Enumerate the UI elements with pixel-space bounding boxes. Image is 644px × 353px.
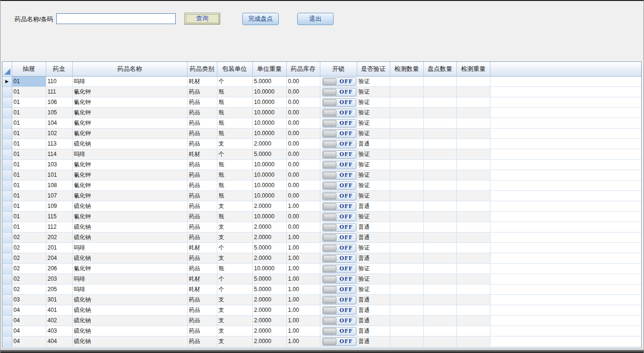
cell-drug-name[interactable]: 吗啡 [72, 149, 187, 159]
cell-drawer[interactable]: 01 [12, 170, 46, 180]
cell-drug-name[interactable]: 硫化钠 [72, 201, 187, 211]
cell-pack-unit[interactable]: 瓶 [217, 211, 252, 222]
cell-detect-qty[interactable] [390, 211, 423, 222]
cell-detect-qty[interactable] [390, 107, 423, 118]
cell-count-qty[interactable] [423, 274, 456, 284]
cell-drug-name[interactable]: 硫化钠 [72, 138, 187, 149]
cell-verify[interactable]: 普通 [357, 201, 390, 211]
cell-unit-weight[interactable]: 10.0000 [252, 180, 286, 190]
cell-box[interactable]: 101 [46, 170, 72, 180]
cell-verify[interactable]: 普通 [357, 253, 390, 263]
cell-box[interactable]: 112 [46, 222, 72, 232]
cell-category[interactable]: 药品 [187, 232, 217, 242]
cell-drawer[interactable]: 01 [12, 128, 46, 138]
cell-category[interactable]: 药品 [187, 170, 217, 180]
cell-stock[interactable]: 0.00 [286, 97, 320, 107]
cell-detect-weight[interactable] [456, 107, 490, 118]
cell-detect-qty[interactable] [390, 180, 423, 190]
cell-stock[interactable]: 0.00 [286, 211, 320, 222]
cell-category[interactable]: 药品 [187, 201, 217, 211]
cell-unit-weight[interactable]: 10.0000 [252, 159, 286, 170]
cell-category[interactable]: 药品 [187, 97, 217, 107]
cell-drug-name[interactable]: 吗啡 [72, 284, 187, 294]
cell-lock[interactable]: OFF [320, 86, 357, 97]
cell-box[interactable]: 201 [46, 242, 72, 253]
cell-count-qty[interactable] [423, 128, 456, 138]
cell-unit-weight[interactable]: 10.0000 [252, 118, 286, 128]
cell-verify[interactable]: 普通 [357, 232, 390, 242]
cell-box[interactable]: 103 [46, 159, 72, 170]
cell-pack-unit[interactable]: 瓶 [217, 263, 252, 274]
cell-pack-unit[interactable]: 支 [217, 294, 252, 305]
cell-drug-name[interactable]: 氰化钾 [72, 190, 187, 201]
cell-drawer[interactable]: 03 [12, 294, 46, 305]
row-header[interactable] [2, 149, 12, 159]
cell-pack-unit[interactable]: 瓶 [217, 118, 252, 128]
cell-detect-qty[interactable] [390, 305, 423, 315]
cell-drug-name[interactable]: 吗啡 [72, 242, 187, 253]
cell-category[interactable]: 药品 [187, 315, 217, 326]
cell-stock[interactable]: 1.00 [286, 201, 320, 211]
cell-count-qty[interactable] [423, 201, 456, 211]
row-header[interactable] [2, 284, 12, 294]
lock-toggle[interactable]: OFF [322, 213, 356, 221]
cell-drawer[interactable]: 01 [12, 159, 46, 170]
column-header-detect-weight[interactable]: 检测重量 [456, 62, 490, 76]
cell-lock[interactable]: OFF [320, 284, 357, 294]
cell-drug-name[interactable]: 氰化钾 [72, 263, 187, 274]
cell-stock[interactable]: 1.00 [286, 263, 320, 274]
cell-lock[interactable]: OFF [320, 315, 357, 326]
column-header-unit-weight[interactable]: 单位重量 [252, 62, 286, 76]
cell-pack-unit[interactable]: 支 [217, 232, 252, 242]
cell-detect-weight[interactable] [456, 222, 490, 232]
lock-toggle[interactable]: OFF [322, 306, 356, 315]
cell-drawer[interactable]: 01 [12, 211, 46, 222]
cell-drawer[interactable]: 01 [12, 76, 46, 86]
row-header[interactable] [2, 222, 12, 232]
cell-detect-qty[interactable] [390, 222, 423, 232]
cell-lock[interactable]: OFF [320, 190, 357, 201]
cell-pack-unit[interactable]: 支 [217, 138, 252, 149]
cell-unit-weight[interactable]: 2.0000 [252, 315, 286, 326]
lock-toggle[interactable]: OFF [322, 244, 356, 252]
cell-box[interactable]: 204 [46, 253, 72, 263]
cell-stock[interactable]: 0.00 [286, 190, 320, 201]
cell-box[interactable]: 104 [46, 118, 72, 128]
row-header[interactable] [2, 315, 12, 326]
cell-drawer[interactable]: 01 [12, 180, 46, 190]
cell-unit-weight[interactable]: 2.0000 [252, 253, 286, 263]
cell-drug-name[interactable]: 硫化钠 [72, 232, 187, 242]
cell-stock[interactable]: 0.00 [286, 149, 320, 159]
cell-unit-weight[interactable]: 5.0000 [252, 76, 286, 86]
row-header[interactable] [2, 180, 12, 190]
row-header[interactable]: ▶ [2, 76, 12, 86]
cell-unit-weight[interactable]: 10.0000 [252, 211, 286, 222]
cell-count-qty[interactable] [423, 336, 456, 346]
cell-lock[interactable]: OFF [320, 242, 357, 253]
cell-count-qty[interactable] [423, 138, 456, 149]
cell-unit-weight[interactable]: 2.0000 [252, 138, 286, 149]
cell-verify[interactable]: 验证 [357, 242, 390, 253]
cell-pack-unit[interactable]: 瓶 [217, 190, 252, 201]
cell-box[interactable]: 301 [46, 294, 72, 305]
lock-toggle[interactable]: OFF [322, 119, 356, 128]
cell-lock[interactable]: OFF [320, 336, 357, 346]
cell-detect-qty[interactable] [390, 201, 423, 211]
cell-box[interactable]: 205 [46, 284, 72, 294]
cell-drawer[interactable]: 01 [12, 149, 46, 159]
cell-box[interactable]: 108 [46, 180, 72, 190]
cell-pack-unit[interactable]: 支 [217, 305, 252, 315]
cell-box[interactable]: 202 [46, 232, 72, 242]
row-header[interactable] [2, 232, 12, 242]
cell-verify[interactable]: 验证 [357, 149, 390, 159]
cell-stock[interactable]: 0.00 [286, 128, 320, 138]
cell-count-qty[interactable] [423, 107, 456, 118]
cell-detect-qty[interactable] [390, 326, 423, 336]
cell-box[interactable]: 403 [46, 326, 72, 336]
cell-detect-weight[interactable] [456, 138, 490, 149]
cell-verify[interactable]: 普通 [357, 326, 390, 336]
cell-lock[interactable]: OFF [320, 305, 357, 315]
cell-unit-weight[interactable]: 10.0000 [252, 107, 286, 118]
cell-detect-weight[interactable] [456, 180, 490, 190]
lock-toggle[interactable]: OFF [322, 275, 356, 284]
